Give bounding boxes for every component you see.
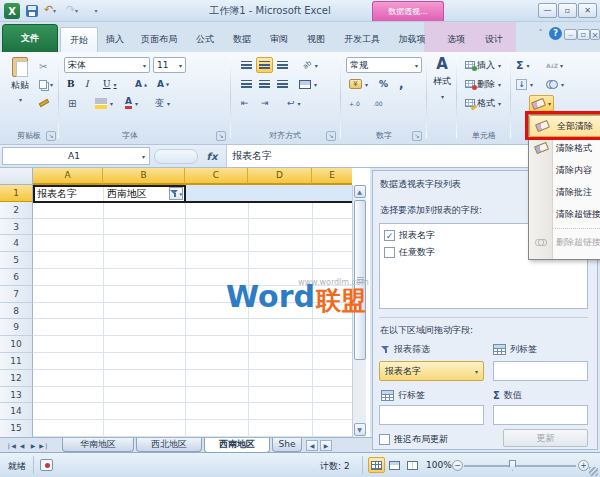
clipboard-dialog-launcher-icon[interactable]	[46, 131, 56, 141]
cell-b1[interactable]: 西南地区	[107, 187, 147, 201]
next-sheet-icon[interactable]: ▶	[28, 440, 38, 451]
cell-grid[interactable]	[33, 185, 352, 437]
pivot-filter-button[interactable]: ▾	[169, 187, 183, 200]
tab-insert[interactable]: 插入	[99, 27, 131, 52]
save-icon[interactable]	[26, 5, 38, 17]
minimize-button[interactable]: —	[538, 3, 557, 18]
increase-indent-button[interactable]: ⇥	[258, 95, 272, 111]
insert-function-button[interactable]: fx	[200, 147, 224, 165]
phonetic-guide-button[interactable]: 变	[152, 95, 173, 111]
vertical-scrollbar[interactable]: ▲ ▼	[352, 185, 366, 437]
menu-item-clear-formats[interactable]: 清除格式	[529, 137, 600, 159]
orientation-button[interactable]: ab	[300, 57, 321, 73]
row-header-8[interactable]: 8	[0, 303, 33, 320]
font-color-button[interactable]: A	[122, 95, 141, 111]
column-header-e[interactable]: E	[312, 168, 352, 185]
row-header-9[interactable]: 9	[0, 319, 33, 336]
column-labels-dropzone[interactable]	[493, 361, 588, 381]
normal-view-button[interactable]	[368, 457, 385, 473]
row-header-15[interactable]: 15	[0, 420, 33, 437]
align-right-button[interactable]	[274, 76, 291, 92]
zoom-slider-thumb[interactable]	[509, 460, 516, 471]
grow-font-button[interactable]: A	[132, 76, 150, 92]
maximize-button[interactable]: ▫	[558, 3, 577, 18]
column-header-a[interactable]: A	[33, 168, 103, 185]
row-header-1[interactable]: 1	[0, 185, 33, 202]
quick-access-toolbar-dropdown-icon[interactable]	[88, 4, 104, 18]
wrap-text-button[interactable]: ↩	[284, 95, 304, 111]
font-size-combo[interactable]: 11	[153, 57, 186, 73]
tab-review[interactable]: 审阅	[261, 27, 297, 52]
checkbox-unchecked-icon[interactable]	[384, 247, 395, 258]
tab-add-ins[interactable]: 加载项	[390, 27, 434, 52]
page-layout-view-button[interactable]	[386, 457, 403, 473]
borders-button[interactable]	[64, 95, 79, 111]
tab-file[interactable]: 文件	[2, 24, 58, 52]
tab-options-contextual[interactable]: 选项	[438, 27, 474, 52]
macro-record-icon[interactable]	[40, 459, 53, 471]
page-break-view-button[interactable]	[404, 457, 421, 473]
first-sheet-icon[interactable]: ❘◀	[6, 440, 16, 451]
checkbox-unchecked-icon[interactable]	[379, 434, 390, 445]
shrink-font-button[interactable]: A	[154, 76, 172, 92]
column-header-b[interactable]: B	[103, 168, 185, 185]
undo-icon[interactable]: ↶	[42, 4, 58, 18]
tab-formulas[interactable]: 公式	[187, 27, 223, 52]
row-labels-dropzone[interactable]	[379, 405, 484, 425]
menu-item-clear-contents[interactable]: 清除内容	[529, 159, 600, 181]
tab-design-contextual[interactable]: 设计	[476, 27, 512, 52]
sheet-tab-xinan-active[interactable]: 西南地区	[204, 438, 270, 453]
row-header-14[interactable]: 14	[0, 403, 33, 420]
scroll-down-icon[interactable]: ▼	[354, 423, 366, 436]
checkbox-checked-icon[interactable]	[384, 230, 395, 241]
tab-scroll-right-icon[interactable]: ▶	[320, 440, 332, 451]
clear-button[interactable]	[529, 95, 554, 112]
top-align-button[interactable]	[238, 57, 255, 73]
close-button[interactable]: ✕	[578, 3, 597, 18]
workbook-restore-button[interactable]	[577, 29, 590, 40]
menu-item-clear-hyperlinks[interactable]: 清除超链接	[529, 203, 600, 225]
sheet-tab-huanan[interactable]: 华南地区	[62, 438, 134, 452]
format-cells-button[interactable]: 格式	[462, 95, 504, 111]
percent-style-button[interactable]: %	[376, 76, 391, 92]
row-header-10[interactable]: 10	[0, 336, 33, 353]
field-item-any-number[interactable]: 任意数字	[384, 244, 435, 260]
tab-data[interactable]: 数据	[224, 27, 260, 52]
fill-button[interactable]	[513, 76, 536, 92]
find-select-button[interactable]	[543, 76, 567, 92]
align-center-button[interactable]	[256, 76, 273, 92]
workbook-close-button[interactable]	[590, 29, 600, 40]
paste-button[interactable]: 粘贴	[6, 57, 34, 125]
bold-button[interactable]: B	[64, 76, 78, 92]
zoom-in-icon[interactable]: +	[578, 460, 589, 471]
number-dialog-launcher-icon[interactable]	[412, 131, 422, 141]
field-item-report-name[interactable]: 报表名字	[384, 227, 435, 243]
italic-button[interactable]: I	[82, 76, 92, 92]
update-button[interactable]: 更新	[503, 429, 588, 447]
cut-button[interactable]: ✂	[36, 58, 50, 74]
tab-home[interactable]: 开始	[60, 27, 98, 52]
tab-view[interactable]: 视图	[298, 27, 334, 52]
column-header-c[interactable]: C	[185, 168, 248, 185]
autosum-button[interactable]: Σ	[513, 57, 533, 73]
font-name-combo[interactable]: 宋体	[64, 57, 150, 73]
merge-center-button[interactable]	[296, 76, 320, 92]
comma-style-button[interactable]: ,	[396, 76, 407, 92]
collapse-ribbon-icon[interactable]	[534, 27, 547, 40]
styles-button[interactable]: A 样式	[430, 57, 454, 139]
decrease-indent-button[interactable]: ⇤	[238, 95, 252, 111]
row-header-7[interactable]: 7	[0, 286, 33, 303]
sheet-tab-xibei[interactable]: 西北地区	[136, 438, 202, 452]
accounting-format-button[interactable]: ¥	[346, 76, 371, 92]
middle-align-button[interactable]	[256, 57, 273, 73]
menu-item-clear-comments[interactable]: 清除批注	[529, 181, 600, 203]
last-sheet-icon[interactable]: ▶❘	[39, 440, 49, 451]
increase-decimal-icon[interactable]	[346, 95, 363, 111]
align-left-button[interactable]	[238, 76, 255, 92]
scroll-up-icon[interactable]: ▲	[354, 185, 366, 198]
tab-developer[interactable]: 开发工具	[335, 27, 389, 52]
insert-cells-button[interactable]: 插入	[462, 57, 504, 73]
previous-sheet-icon[interactable]: ◀	[17, 440, 27, 451]
help-icon[interactable]	[549, 27, 562, 40]
column-header-d[interactable]: D	[248, 168, 312, 185]
